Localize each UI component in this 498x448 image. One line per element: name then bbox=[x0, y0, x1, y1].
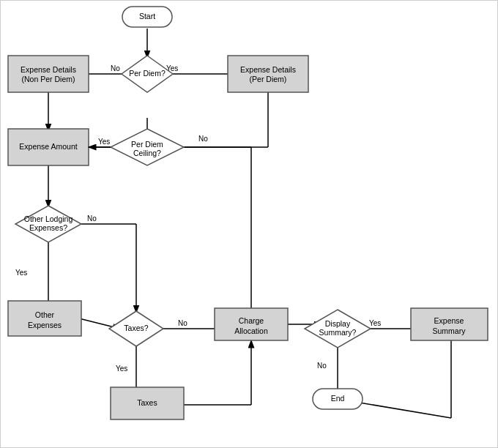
svg-text:Summary: Summary bbox=[433, 326, 467, 335]
svg-text:(Per Diem): (Per Diem) bbox=[250, 75, 287, 83]
svg-text:Summary?: Summary? bbox=[319, 328, 357, 337]
end-label: End bbox=[331, 394, 345, 403]
expense-details-non-label: Expense Details bbox=[21, 65, 76, 74]
flowchart-canvas: No Yes Yes No No Yes No bbox=[0, 0, 498, 448]
svg-text:Expenses?: Expenses? bbox=[29, 223, 67, 232]
start-label: Start bbox=[139, 12, 155, 20]
svg-text:Yes: Yes bbox=[98, 138, 110, 146]
svg-line-36 bbox=[351, 401, 451, 418]
svg-text:No: No bbox=[178, 319, 187, 327]
svg-text:No: No bbox=[111, 64, 120, 72]
expense-summary-label1: Expense bbox=[434, 316, 464, 325]
svg-text:Allocation: Allocation bbox=[234, 326, 268, 335]
display-summary-label1: Display bbox=[325, 319, 351, 328]
svg-text:Yes: Yes bbox=[116, 365, 127, 373]
other-expenses-label1: Other bbox=[35, 310, 55, 319]
expense-details-per-label: Expense Details bbox=[240, 65, 296, 74]
other-lodging-label1: Other Lodging bbox=[24, 214, 73, 223]
svg-text:Yes: Yes bbox=[369, 319, 381, 327]
charge-allocation-label1: Charge bbox=[239, 316, 264, 325]
svg-text:No: No bbox=[317, 362, 327, 370]
per-diem-ceiling-label: Per Diem bbox=[131, 140, 163, 149]
taxes-label: Taxes? bbox=[124, 324, 148, 332]
svg-text:No: No bbox=[87, 214, 97, 223]
svg-text:No: No bbox=[198, 135, 208, 143]
svg-text:Yes: Yes bbox=[15, 269, 27, 277]
svg-text:Expenses: Expenses bbox=[28, 321, 62, 329]
expense-amount-label: Expense Amount bbox=[19, 142, 77, 151]
taxes-box-label: Taxes bbox=[137, 398, 157, 407]
svg-text:Ceiling?: Ceiling? bbox=[133, 149, 161, 157]
per-diem-label: Per Diem? bbox=[129, 69, 166, 78]
svg-text:(Non Per Diem): (Non Per Diem) bbox=[22, 75, 75, 83]
